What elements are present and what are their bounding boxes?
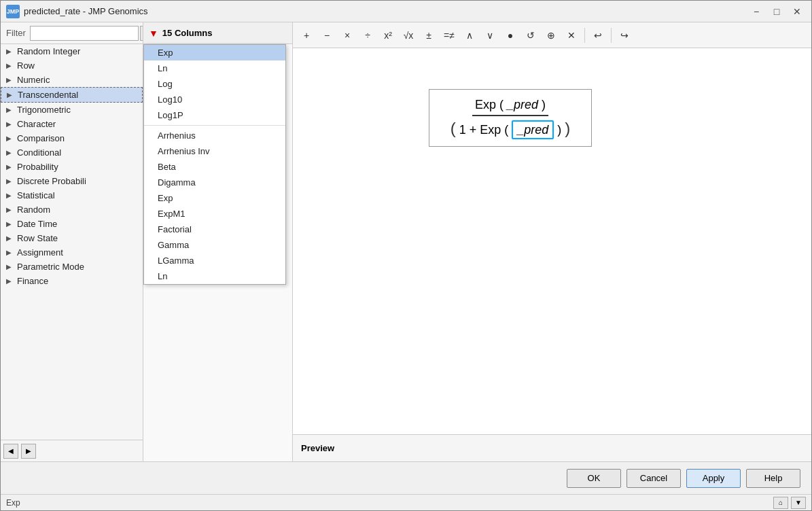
- sidebar-item-label: Conditional: [17, 147, 61, 158]
- sidebar-item-conditional[interactable]: ▶Conditional: [1, 145, 143, 160]
- columns-count: 15 Columns: [162, 28, 213, 38]
- dropdown-item-arrhenius-5[interactable]: Arrhenius: [144, 128, 285, 143]
- sidebar-item-finance[interactable]: ▶Finance: [1, 274, 143, 288]
- dropdown-item-digamma-8[interactable]: Digamma: [144, 175, 285, 190]
- sidebar-item-label: Parametric Mode: [17, 262, 84, 272]
- formula-close-paren: ): [542, 98, 546, 111]
- sidebar-item-row-state[interactable]: ▶Row State: [1, 231, 143, 245]
- arrow-icon: ▶: [6, 249, 14, 256]
- dropdown-item-gamma-12[interactable]: Gamma: [144, 237, 285, 253]
- status-bar: Exp ⌂ ▼: [1, 494, 811, 510]
- arrow-icon: ▶: [6, 206, 14, 213]
- sidebar-item-assignment[interactable]: ▶Assignment: [1, 245, 143, 260]
- arrow-icon: ▶: [7, 91, 15, 99]
- status-dropdown-button[interactable]: ▼: [791, 497, 806, 509]
- dropdown-item-expm1-10[interactable]: ExpM1: [144, 206, 285, 222]
- preview-text: review: [307, 443, 334, 453]
- main-content: Filter 🔍 ▼ ▶Random Integer▶Row▶Numeric▶T…: [1, 22, 811, 461]
- transcendental-dropdown: ExpLnLogLog10Log1PArrheniusArrhenius Inv…: [143, 44, 286, 285]
- ok-button[interactable]: OK: [567, 469, 621, 488]
- and-button[interactable]: ∧: [460, 26, 479, 45]
- maximize-button[interactable]: □: [768, 4, 785, 19]
- sidebar-item-label: Numeric: [17, 75, 50, 85]
- arrow-icon: ▶: [6, 277, 14, 285]
- formula-open-paren: (: [499, 98, 507, 111]
- window-title: predicted_rate - JMP Genomics: [24, 6, 747, 16]
- preview-bar: Preview: [293, 434, 811, 461]
- sidebar-item-label: Random Integer: [17, 46, 80, 56]
- arrow-icon: ▶: [6, 163, 14, 171]
- sidebar-item-label: Row: [17, 60, 35, 71]
- dropdown-item-lgamma-13[interactable]: LGamma: [144, 253, 285, 268]
- or-button[interactable]: ∨: [480, 26, 499, 45]
- divide-button[interactable]: ÷: [358, 26, 377, 45]
- sidebar-item-label: Finance: [17, 276, 48, 286]
- plusminus-button[interactable]: ±: [419, 26, 438, 45]
- scroll-left-button[interactable]: ◀: [3, 444, 18, 459]
- sidebar-list: ▶Random Integer▶Row▶Numeric▶Transcendent…: [1, 44, 143, 440]
- sidebar-item-numeric[interactable]: ▶Numeric: [1, 73, 143, 87]
- sidebar-item-label: Row State: [17, 233, 58, 243]
- filter-input[interactable]: [30, 26, 139, 41]
- dropdown-item-arrhenius-inv-6[interactable]: Arrhenius Inv: [144, 143, 285, 159]
- close-button[interactable]: ✕: [788, 4, 806, 19]
- minimize-button[interactable]: −: [747, 4, 765, 19]
- sidebar-item-comparison[interactable]: ▶Comparison: [1, 131, 143, 145]
- dropdown-item-log10-3[interactable]: Log10: [144, 92, 285, 107]
- delete-button[interactable]: ✕: [562, 26, 581, 45]
- redo-button[interactable]: ↪: [615, 26, 634, 45]
- sidebar: Filter 🔍 ▼ ▶Random Integer▶Row▶Numeric▶T…: [1, 22, 143, 461]
- sidebar-item-label: Trigonometric: [17, 105, 71, 115]
- arrow-icon: ▶: [6, 76, 14, 84]
- dropdown-item-ln-1[interactable]: Ln: [144, 60, 285, 76]
- status-home-button[interactable]: ⌂: [773, 497, 788, 509]
- arrow-icon: ▶: [6, 48, 14, 55]
- formula-big-close-paren: ): [565, 119, 570, 137]
- help-button[interactable]: Help: [746, 469, 800, 488]
- expression-canvas[interactable]: Exp ( _pred ) ( 1 + Exp ( _pred: [293, 48, 811, 434]
- filter-bar: Filter 🔍 ▼: [1, 22, 143, 44]
- dropdown-item-exp-9[interactable]: Exp: [144, 190, 285, 206]
- dropdown-item-beta-7[interactable]: Beta: [144, 159, 285, 175]
- xor-button[interactable]: ⊕: [542, 26, 561, 45]
- dropdown-item-ln-14[interactable]: Ln: [144, 268, 285, 284]
- circle-button[interactable]: ●: [501, 26, 520, 45]
- equals-button[interactable]: =≠: [440, 26, 459, 45]
- sidebar-item-random-integer[interactable]: ▶Random Integer: [1, 44, 143, 58]
- expression-area: +−×÷x²√x±=≠∧∨●↺⊕✕↩↪ Exp ( _pred ) ( 1: [293, 22, 811, 461]
- arrow-icon: ▶: [6, 177, 14, 185]
- undo-func-button[interactable]: ↺: [521, 26, 540, 45]
- sidebar-item-transcendental[interactable]: ▶Transcendental: [1, 87, 143, 103]
- dropdown-item-factorial-11[interactable]: Factorial: [144, 222, 285, 237]
- sidebar-item-parametric-mode[interactable]: ▶Parametric Mode: [1, 260, 143, 274]
- sidebar-item-label: Discrete Probabili: [17, 176, 86, 186]
- sidebar-item-character[interactable]: ▶Character: [1, 117, 143, 131]
- formula-inner-open: (: [504, 123, 508, 137]
- square-button[interactable]: x²: [378, 26, 398, 45]
- apply-button[interactable]: Apply: [686, 469, 741, 488]
- dropdown-item-log-2[interactable]: Log: [144, 76, 285, 92]
- columns-header: ▼ 15 Columns: [143, 22, 292, 44]
- expression-toolbar: +−×÷x²√x±=≠∧∨●↺⊕✕↩↪: [293, 22, 811, 48]
- sidebar-item-row[interactable]: ▶Row: [1, 58, 143, 73]
- cancel-button[interactable]: Cancel: [626, 469, 681, 488]
- formula-exp-label: Exp: [475, 98, 496, 111]
- sidebar-item-date-time[interactable]: ▶Date Time: [1, 217, 143, 231]
- arrow-icon: ▶: [6, 120, 14, 128]
- sidebar-item-statistical[interactable]: ▶Statistical: [1, 188, 143, 202]
- undo-button[interactable]: ↩: [588, 26, 607, 45]
- subtract-button[interactable]: −: [317, 26, 336, 45]
- multiply-button[interactable]: ×: [338, 26, 357, 45]
- dropdown-item-exp-0[interactable]: Exp: [144, 45, 285, 60]
- dropdown-item-log1p-4[interactable]: Log1P: [144, 107, 285, 123]
- sidebar-item-discrete-probabili[interactable]: ▶Discrete Probabili: [1, 174, 143, 188]
- formula-denominator: ( 1 + Exp ( _pred ) ): [451, 116, 571, 138]
- add-button[interactable]: +: [297, 26, 316, 45]
- sidebar-item-probability[interactable]: ▶Probability: [1, 160, 143, 174]
- main-window: JMP predicted_rate - JMP Genomics − □ ✕ …: [0, 0, 812, 511]
- bottom-bar: OK Cancel Apply Help: [1, 461, 811, 494]
- scroll-right-button[interactable]: ▶: [21, 444, 36, 459]
- sidebar-item-trigonometric[interactable]: ▶Trigonometric: [1, 103, 143, 117]
- sqrt-button[interactable]: √x: [399, 26, 418, 45]
- sidebar-item-random[interactable]: ▶Random: [1, 202, 143, 217]
